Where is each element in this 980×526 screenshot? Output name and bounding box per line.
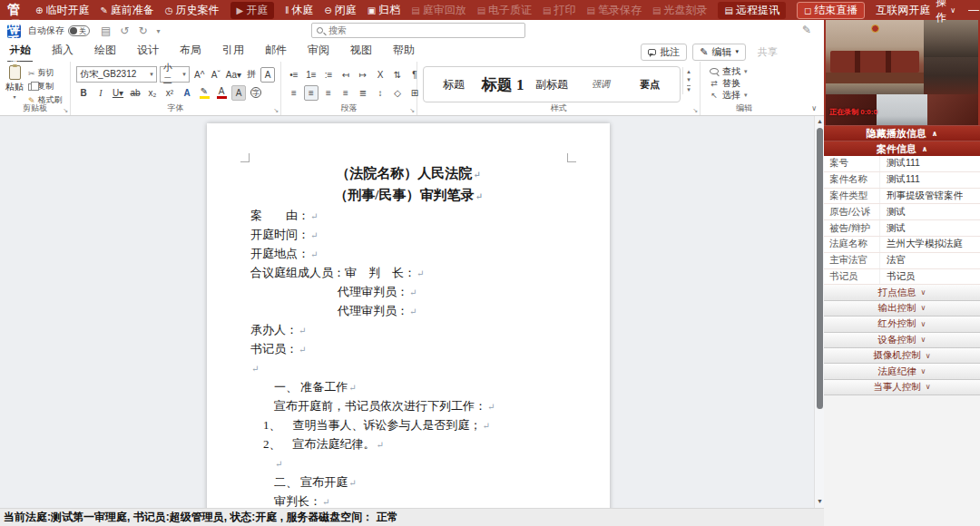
topbar-item-pretrial-prep[interactable]: ✎庭前准备	[100, 3, 153, 18]
topbar-item-remote-interrogation[interactable]: ▤远程提讯	[718, 2, 785, 19]
grow-font-icon[interactable]: A^	[192, 67, 207, 83]
section-party-control[interactable]: 当事人控制∨	[824, 380, 980, 395]
gallery-down-icon[interactable]: ▾	[687, 76, 691, 83]
underline-icon[interactable]: U▾	[111, 85, 125, 101]
numbered-list-icon[interactable]: 1≡	[304, 67, 318, 83]
justify-icon[interactable]: ≡	[338, 85, 353, 101]
bullet-list-icon[interactable]: •≡	[287, 67, 301, 83]
search-box[interactable]	[311, 23, 525, 38]
undo-icon[interactable]: ↺	[120, 24, 129, 37]
share-button[interactable]: 共享	[751, 44, 784, 60]
document-page[interactable]: （法院名称）人民法院↵（刑事/民事）审判笔录↵案 由：↵开庭时间：↵开庭地点：↵…	[207, 123, 610, 508]
paste-button[interactable]: 粘贴 ▾	[5, 65, 24, 103]
shading-icon[interactable]: ◇	[390, 85, 405, 101]
style-heading1[interactable]: 标题 1	[478, 74, 527, 95]
char-border-icon[interactable]: A	[260, 67, 275, 83]
section-marker-info[interactable]: 打点信息∨	[824, 285, 980, 300]
topbar-item-evidence-compare[interactable]: ▤电子质证	[477, 3, 532, 18]
tab-insert[interactable]: 插入	[50, 41, 75, 63]
font-name-select[interactable]: 仿宋_GB2312 ▾	[76, 66, 157, 83]
multilevel-list-icon[interactable]: :≡	[321, 67, 336, 83]
change-case-icon[interactable]: Aa▾	[225, 67, 242, 83]
distribute-icon[interactable]: ≣	[356, 85, 370, 101]
dialog-launcher-icon[interactable]: ↘	[63, 107, 68, 114]
select-button[interactable]: ↖ 选择 ▾	[710, 89, 782, 101]
gallery-more-icon[interactable]: ▾	[687, 85, 691, 93]
topbar-item-temp-court[interactable]: ⊕临时开庭	[35, 3, 89, 18]
decrease-indent-icon[interactable]: ↤	[338, 67, 353, 83]
operation-menu[interactable]: 操作 ∨	[936, 0, 956, 25]
topbar-item-close-court[interactable]: ⊖闭庭	[324, 3, 356, 18]
char-shading-icon[interactable]: A	[231, 85, 246, 101]
asian-layout-icon[interactable]: X	[373, 67, 387, 83]
dialog-launcher-icon[interactable]: ↘	[273, 107, 279, 114]
topbar-item-history-cases[interactable]: ◷历史案件	[165, 3, 220, 18]
enclose-char-icon[interactable]: 字	[249, 85, 263, 101]
tab-design[interactable]: 设计	[135, 41, 161, 63]
tab-references[interactable]: 引用	[220, 41, 246, 63]
vertical-scrollbar[interactable]: ▲ ▼	[814, 116, 824, 508]
section-camera-control[interactable]: 摄像机控制∨	[824, 348, 980, 364]
save-icon[interactable]: ▤	[101, 24, 111, 37]
style-emphasis[interactable]: 强调	[576, 78, 625, 91]
cut-button[interactable]: ✂ 剪切	[28, 67, 63, 79]
comments-button[interactable]: 批注	[641, 44, 687, 61]
line-spacing-icon[interactable]: ↕	[373, 85, 387, 101]
topbar-item-recess[interactable]: ‖休庭	[285, 3, 313, 18]
gallery-up-icon[interactable]: ▴	[687, 68, 691, 75]
tab-mailings[interactable]: 邮件	[263, 41, 289, 63]
replace-button[interactable]: ⇄ 替换	[710, 77, 782, 89]
phonetic-guide-icon[interactable]: 拼	[244, 67, 259, 83]
section-court-discipline[interactable]: 法庭纪律∨	[824, 364, 980, 379]
case-info-header[interactable]: 案件信息 ∧	[824, 141, 980, 156]
font-size-select[interactable]: 小二 ▾	[160, 66, 190, 83]
font-color-icon[interactable]: A	[214, 85, 229, 101]
scrollbar-thumb[interactable]	[817, 128, 823, 409]
find-button[interactable]: 查找 ▾	[710, 65, 782, 77]
tab-review[interactable]: 审阅	[306, 41, 331, 63]
pen-icon[interactable]: ✎	[802, 24, 811, 36]
tab-help[interactable]: 帮助	[391, 41, 416, 63]
topbar-item-archive[interactable]: ▣归档	[368, 3, 400, 18]
collapse-ribbon-icon[interactable]: ∨	[811, 104, 817, 112]
dialog-launcher-icon[interactable]: ↘	[409, 107, 415, 114]
section-device-control[interactable]: 设备控制∨	[824, 333, 980, 348]
strikethrough-icon[interactable]: ab	[128, 85, 142, 101]
style-title[interactable]: 标题	[429, 77, 478, 93]
topbar-item-end-live[interactable]: ◻结束直播	[797, 2, 865, 19]
sort-icon[interactable]: ⇅	[390, 67, 405, 83]
topbar-item-record-save[interactable]: ▤笔录保存	[587, 3, 642, 18]
topbar-item-trial-playback[interactable]: ▤庭审回放	[411, 3, 466, 18]
style-keypoints[interactable]: 要点	[625, 78, 674, 92]
topbar-item-open-court[interactable]: ▶开庭	[230, 2, 275, 19]
highlight-icon[interactable]: ✎	[197, 85, 211, 101]
style-subtitle[interactable]: 副标题	[527, 77, 576, 93]
copy-button[interactable]: 复制	[28, 81, 63, 93]
align-right-icon[interactable]: ≡	[321, 85, 336, 101]
align-left-icon[interactable]: ≡	[287, 85, 301, 101]
section-infrared-control[interactable]: 红外控制∨	[824, 317, 980, 332]
italic-icon[interactable]: I	[93, 85, 108, 101]
tab-view[interactable]: 视图	[348, 41, 374, 63]
increase-indent-icon[interactable]: ↦	[356, 67, 370, 83]
redo-icon[interactable]: ↻	[138, 24, 147, 37]
topbar-item-internet-court[interactable]: 互联网开庭	[876, 3, 930, 18]
text-effects-icon[interactable]: A	[180, 85, 194, 101]
hide-playback-header[interactable]: 隐藏播放信息 ∧	[824, 125, 980, 141]
autosave-toggle[interactable]: 自动保存 关	[28, 24, 90, 37]
shrink-font-icon[interactable]: Aˇ	[209, 67, 223, 83]
align-center-icon[interactable]: ≡	[304, 85, 318, 101]
tab-layout[interactable]: 布局	[178, 41, 203, 63]
topbar-item-print[interactable]: ▤打印	[543, 3, 575, 18]
search-input[interactable]	[327, 24, 520, 36]
minimize-button[interactable]: —	[968, 4, 979, 16]
qat-more-icon[interactable]: ▾	[156, 27, 160, 35]
editing-mode-button[interactable]: ✎ 编辑 ▾	[692, 44, 746, 61]
tab-draw[interactable]: 绘图	[93, 41, 118, 63]
bold-icon[interactable]: B	[76, 85, 91, 101]
section-output-control[interactable]: 输出控制∨	[824, 301, 980, 317]
superscript-icon[interactable]: x²	[162, 85, 177, 101]
subscript-icon[interactable]: x₂	[145, 85, 160, 101]
topbar-item-disc-burn[interactable]: ▤光盘刻录	[652, 3, 707, 18]
dialog-launcher-icon[interactable]: ↘	[692, 107, 698, 114]
